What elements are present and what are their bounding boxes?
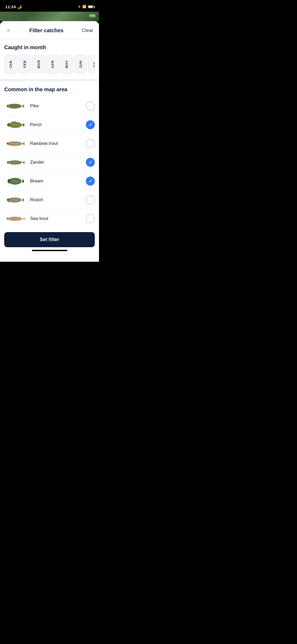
status-icons: ✈ 📶 [78,5,94,9]
modal-title: Filter catches [29,27,63,34]
month-item-feb[interactable]: FEB [18,55,31,74]
clear-button[interactable]: Clear [82,28,93,33]
month-item-jun[interactable]: JUN [74,55,87,74]
fish-item-pike[interactable]: Pike [4,97,95,116]
fish-checkbox[interactable] [86,177,95,186]
svg-marker-18 [22,160,24,164]
svg-point-25 [8,180,9,181]
fish-item-rainbow-trout[interactable]: Rainbow trout [4,134,95,153]
svg-point-24 [7,179,11,183]
fish-name: Perch [30,122,86,127]
wifi-icon: 📶 [82,5,86,8]
month-item-apr[interactable]: APR [46,55,59,74]
fish-checkbox[interactable] [86,214,95,223]
fish-name: Sea trout [30,216,86,221]
fish-list: Pike Perch Rainbow trout [4,97,95,228]
fish-name: Zander [30,160,86,165]
status-bar: 11:24 🌙 ✈ 📶 [0,0,99,12]
fish-image-rainbow-trout [4,137,28,150]
fish-item-sea-trout[interactable]: Sea trout [4,209,95,228]
fish-name: Bream [30,178,86,184]
svg-point-32 [8,217,21,220]
svg-point-30 [7,199,8,200]
svg-point-35 [7,218,8,219]
svg-marker-8 [22,123,24,127]
fish-image-bream [4,174,28,188]
month-section-title: Caught in month [4,44,95,50]
moon-icon: 🌙 [17,4,22,9]
month-item-jan[interactable]: JAN [4,55,17,74]
fish-name: Pike [30,103,86,109]
fish-checkbox[interactable] [86,139,95,148]
status-time: 11:24 [5,4,16,9]
modal-header: × Filter catches Clear [0,21,99,39]
fish-name: Rainbow trout [30,141,86,146]
svg-point-34 [6,217,10,220]
svg-point-10 [8,123,9,125]
fish-section: Common in the map area Pike Perch [0,81,99,228]
svg-marker-28 [21,198,24,202]
close-button[interactable]: × [6,26,11,35]
airplane-icon: ✈ [78,5,81,9]
fish-item-perch[interactable]: Perch [4,116,95,134]
fish-name: Roach [30,197,86,203]
month-item-mar[interactable]: MAR [32,55,45,74]
svg-point-20 [7,162,8,162]
fish-item-roach[interactable]: Roach [4,191,95,209]
fish-image-pike [4,99,28,113]
home-indicator [0,247,99,253]
svg-marker-23 [21,179,24,183]
fish-checkbox[interactable] [86,195,95,204]
month-grid: JANFEBMARAPRMAYJUNJULAUGSEPOCTNOVDEC [4,55,95,75]
fish-image-sea-trout [4,212,28,225]
svg-point-3 [6,104,10,108]
month-section: Caught in month JANFEBMARAPRMAYJUNJULAUG… [0,39,99,79]
fish-checkbox[interactable] [86,120,95,129]
svg-point-9 [7,123,11,127]
fish-item-zander[interactable]: Zander [4,153,95,172]
svg-point-4 [7,105,8,106]
fish-image-roach [4,193,28,206]
svg-point-19 [7,161,10,164]
map-peek [0,12,99,21]
svg-point-27 [9,198,20,202]
fish-checkbox[interactable] [86,158,95,167]
modal-sheet: × Filter catches Clear Caught in month J… [0,21,99,262]
set-filter-button[interactable]: Set filter [4,232,95,247]
fish-image-perch [4,118,28,131]
svg-marker-13 [22,142,24,145]
month-item-may[interactable]: MAY [60,55,73,74]
month-item-jul[interactable]: JUL [88,55,95,74]
fish-checkbox[interactable] [86,102,95,111]
svg-point-29 [7,198,10,202]
svg-marker-33 [22,217,25,220]
fish-section-title: Common in the map area [4,86,95,93]
fish-item-bream[interactable]: Bream [4,172,95,191]
home-bar [32,250,67,251]
svg-point-15 [7,143,8,144]
close-icon: × [7,27,10,33]
battery-icon [88,5,94,8]
svg-point-17 [8,161,21,164]
svg-marker-2 [21,104,24,108]
fish-image-zander [4,156,28,169]
section-divider [0,79,99,81]
svg-point-14 [6,142,10,145]
